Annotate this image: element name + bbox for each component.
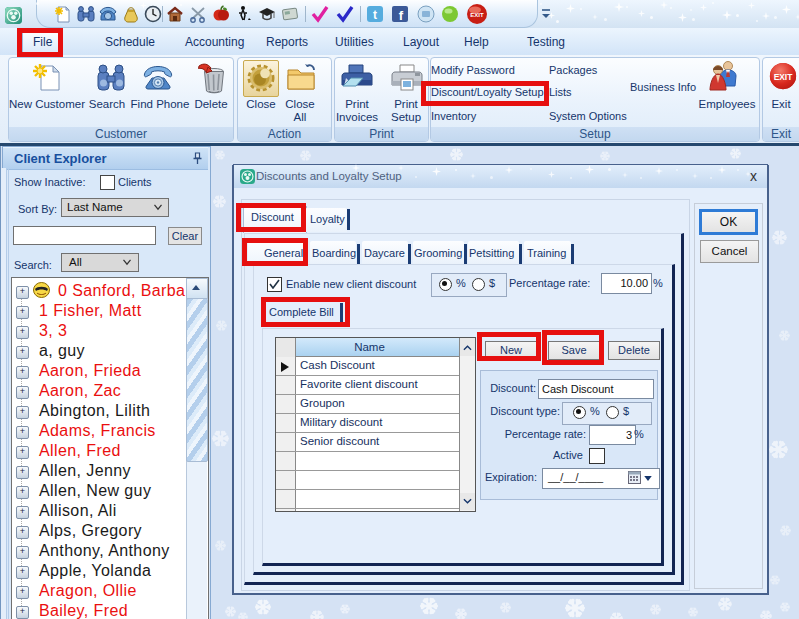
svg-text:f: f <box>399 8 404 23</box>
svg-text:t: t <box>373 8 377 22</box>
svg-text:EXIT: EXIT <box>470 12 484 18</box>
svg-text:EXIT: EXIT <box>774 72 794 82</box>
